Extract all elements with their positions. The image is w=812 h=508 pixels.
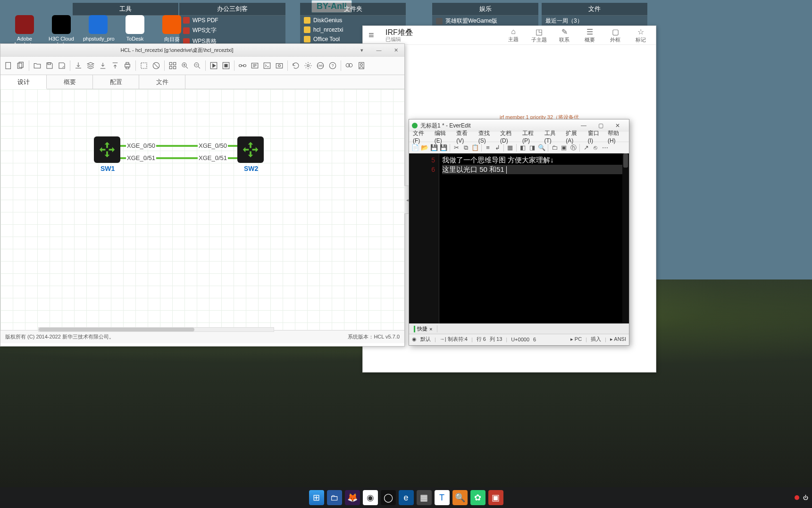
upload-icon[interactable] <box>110 60 120 71</box>
more-icon[interactable]: ⋯ <box>601 144 609 152</box>
hcl-horizontal-scrollbar[interactable] <box>38 327 274 332</box>
status-tab[interactable]: →| 制表符:4 <box>440 336 468 343</box>
desktop-icon[interactable]: Adobe Acrobat... <box>9 15 40 47</box>
open-file-icon[interactable]: 📂 <box>420 144 429 152</box>
desktop-icon[interactable]: ToDesk <box>120 15 150 47</box>
status-ins[interactable]: 插入 <box>591 336 601 343</box>
terminal-icon[interactable] <box>262 60 272 71</box>
chat-icon[interactable] <box>344 60 354 71</box>
new-file-icon[interactable]: 📄 <box>411 144 419 152</box>
bookmark2-icon[interactable]: ◨ <box>528 144 536 152</box>
panel-icon[interactable]: ▦ <box>506 144 514 152</box>
mindmap-action-marker[interactable]: ☆标记 <box>631 27 650 43</box>
mindmap-action-summary[interactable]: ☰概要 <box>580 27 599 43</box>
status-record-icon[interactable]: ◉ <box>412 336 417 342</box>
status-enc[interactable]: ▸ ANSI <box>610 336 626 342</box>
new-icon[interactable] <box>3 60 14 71</box>
mindmap-action-theme[interactable]: ⌂主题 <box>504 27 523 43</box>
taskbar-app-icon[interactable]: ▦ <box>417 490 432 505</box>
print-icon[interactable] <box>122 60 133 71</box>
menu-help[interactable]: 帮助(H) <box>608 129 625 144</box>
tab-close-icon[interactable]: × <box>429 326 432 332</box>
taskbar-edge-icon[interactable]: e <box>399 490 414 505</box>
bottom-tab-shortcut[interactable]: 快捷× <box>409 325 437 332</box>
taskbar-opera-icon[interactable]: ◯ <box>381 490 396 505</box>
scrollbar-thumb[interactable] <box>39 328 194 331</box>
open-icon[interactable] <box>32 60 42 71</box>
status-mode[interactable]: 默认 <box>420 336 431 343</box>
cmd-icon[interactable]: CMD <box>315 60 326 71</box>
close-button[interactable]: ✕ <box>387 44 404 56</box>
download-icon[interactable] <box>98 60 108 71</box>
menu-document[interactable]: 文档(D) <box>500 129 518 144</box>
hcl-canvas[interactable]: SW1 SW2 XGE_0/50 XGE_0/50 XGE_0/51 XGE_0… <box>0 89 404 330</box>
mindmap-action-boundary[interactable]: ▢外框 <box>606 27 625 43</box>
save-icon[interactable] <box>44 60 55 71</box>
find-icon[interactable]: 🔍 <box>537 144 546 152</box>
select-icon[interactable] <box>139 60 149 71</box>
desktop-icon[interactable]: phpstudy_pro <box>83 15 113 47</box>
share-icon[interactable]: ↗ <box>582 144 590 152</box>
scrollbar-thumb[interactable] <box>623 153 628 168</box>
stack-icon[interactable] <box>85 60 96 71</box>
menu-search[interactable]: 查找(S) <box>478 129 495 144</box>
stop-icon[interactable] <box>221 60 231 71</box>
taskbar-chrome-icon[interactable]: ◉ <box>363 490 378 505</box>
taskbar-search-icon[interactable]: 🔍 <box>452 490 468 505</box>
folder-icon[interactable]: 🗀 <box>550 144 559 152</box>
text-area[interactable]: 我做了一个思维导图 方便大家理解↓ 这里以光口 50 和51 <box>439 153 629 323</box>
capture-icon[interactable] <box>274 60 285 71</box>
paste-icon[interactable]: 📋 <box>471 144 479 152</box>
panel-item[interactable]: 最近一周（3） <box>542 16 647 26</box>
bookmark-icon[interactable]: ◧ <box>519 144 527 152</box>
user-icon[interactable] <box>356 60 367 71</box>
menu-extensions[interactable]: 扩展(A) <box>566 129 583 144</box>
tab-overview[interactable]: 概要 <box>47 75 93 89</box>
settings-icon[interactable] <box>303 60 313 71</box>
menu-view[interactable]: 查看(V) <box>456 129 473 144</box>
status-eol[interactable]: ▸ PC <box>570 336 582 342</box>
mindmap-action-relation[interactable]: ✎联系 <box>555 27 574 43</box>
hcl-titlebar[interactable]: HCL - hcl_nrceztxi [g:\onedrive\桌面\hcl_n… <box>0 44 404 56</box>
taskbar-app2-icon[interactable]: ▣ <box>488 490 503 505</box>
tab-config[interactable]: 配置 <box>93 75 139 89</box>
everedit-editor[interactable]: 5 6 我做了一个思维导图 方便大家理解↓ 这里以光口 50 和51 <box>409 153 629 323</box>
switch-node-sw2[interactable] <box>237 136 264 163</box>
hex-icon[interactable]: ⓗ <box>569 144 578 152</box>
tray-icon[interactable]: ⏻ <box>803 495 808 500</box>
tab-design[interactable]: 设计 <box>0 75 47 89</box>
desktop-icon[interactable]: H3C Cloud Lab <box>46 15 76 47</box>
save-icon[interactable]: 💾 <box>430 144 438 152</box>
link-icon[interactable] <box>237 60 248 71</box>
saveas-icon[interactable] <box>57 60 67 71</box>
panel-item[interactable]: DiskGenius <box>300 16 406 25</box>
panel-item[interactable]: 英雄联盟WeGame版 <box>432 16 538 26</box>
menu-edit[interactable]: 编辑(E) <box>435 129 452 144</box>
panel-item[interactable]: WPS文字 <box>179 25 285 36</box>
record-indicator-icon[interactable] <box>795 495 799 500</box>
desktop-icon[interactable]: 向日葵 <box>157 15 187 47</box>
menu-window[interactable]: 窗口(I) <box>588 129 603 144</box>
zoom-in-icon[interactable] <box>180 60 190 71</box>
refresh-icon[interactable] <box>291 60 301 71</box>
editor-vertical-scrollbar[interactable] <box>622 153 629 323</box>
mindmap-action-subtopic[interactable]: ◳子主题 <box>529 27 548 43</box>
minimize-button[interactable]: — <box>370 44 387 56</box>
grid-icon[interactable] <box>167 60 178 71</box>
new-multi-icon[interactable] <box>16 60 26 71</box>
taskbar-firefox-icon[interactable]: 🦊 <box>345 490 360 505</box>
taskbar-todesk-icon[interactable]: T <box>435 490 450 505</box>
text-icon[interactable] <box>250 60 260 71</box>
maximize-button[interactable]: ▢ <box>592 122 609 129</box>
help-icon[interactable]: ? <box>327 60 338 71</box>
link-icon[interactable]: ⎋ <box>591 144 600 152</box>
pin-button[interactable]: ▾ <box>353 44 370 56</box>
save-all-icon[interactable]: 💾 <box>439 144 448 152</box>
tab-file[interactable]: 文件 <box>139 75 185 89</box>
align-left-icon[interactable]: ≡ <box>484 144 492 152</box>
taskbar-sunflower-icon[interactable]: ✿ <box>470 490 486 505</box>
switch-node-sw1[interactable] <box>94 136 120 163</box>
menu-project[interactable]: 工程(P) <box>522 129 539 144</box>
taskbar-tray[interactable]: ⏻ <box>795 495 808 500</box>
menu-tools[interactable]: 工具(T) <box>544 129 561 144</box>
